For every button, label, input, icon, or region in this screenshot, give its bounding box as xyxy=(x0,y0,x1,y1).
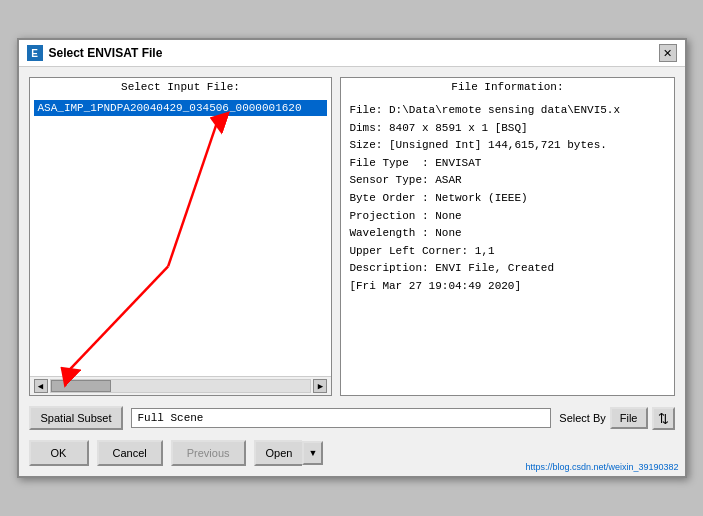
file-list-panel: Select Input File: ASA_IMP_1PNDPA2004042… xyxy=(29,77,333,396)
file-list-content: ASA_IMP_1PNDPA20040429_034506_0000001620 xyxy=(30,96,332,376)
select-by-area: Select By File ⇅ xyxy=(559,407,674,430)
previous-button[interactable]: Previous xyxy=(171,440,246,466)
file-info-panel: File Information: File: D:\Data\remote s… xyxy=(340,77,674,396)
dialog-icon: E xyxy=(27,45,43,61)
scroll-left-button[interactable]: ◀ xyxy=(34,379,48,393)
cancel-button[interactable]: Cancel xyxy=(97,440,163,466)
scroll-track xyxy=(50,379,312,393)
file-info-content: File: D:\Data\remote sensing data\ENVI5.… xyxy=(341,96,673,302)
dialog-body: Select Input File: ASA_IMP_1PNDPA2004042… xyxy=(19,67,685,476)
file-list-item[interactable]: ASA_IMP_1PNDPA20040429_034506_0000001620 xyxy=(34,100,328,116)
open-main-button[interactable]: Open xyxy=(254,440,303,466)
spatial-subset-row: Spatial Subset Select By File ⇅ xyxy=(29,406,675,430)
file-info-header: File Information: xyxy=(341,78,673,96)
watermark: https://blog.csdn.net/weixin_39190382 xyxy=(525,462,678,472)
title-bar-left: E Select ENVISAT File xyxy=(27,45,163,61)
panels-wrapper: Select Input File: ASA_IMP_1PNDPA2004042… xyxy=(29,77,675,396)
open-dropdown-button[interactable]: ▼ xyxy=(302,441,323,465)
select-by-button[interactable]: File xyxy=(610,407,648,429)
title-bar: E Select ENVISAT File ✕ xyxy=(19,40,685,67)
bottom-button-row: OK Cancel Previous Open ▼ https://blog.c… xyxy=(29,440,675,466)
ok-button[interactable]: OK xyxy=(29,440,89,466)
spatial-subset-button[interactable]: Spatial Subset xyxy=(29,406,124,430)
panels: Select Input File: ASA_IMP_1PNDPA2004042… xyxy=(29,77,675,396)
spatial-subset-input[interactable] xyxy=(131,408,551,428)
scroll-right-button[interactable]: ▶ xyxy=(313,379,327,393)
close-button[interactable]: ✕ xyxy=(659,44,677,62)
dialog-title: Select ENVISAT File xyxy=(49,46,163,60)
file-list-header: Select Input File: xyxy=(30,78,332,96)
select-by-label: Select By xyxy=(559,412,605,424)
sort-button[interactable]: ⇅ xyxy=(652,407,675,430)
horizontal-scrollbar[interactable]: ◀ ▶ xyxy=(30,376,332,395)
scroll-thumb xyxy=(51,380,111,392)
select-envisat-dialog: E Select ENVISAT File ✕ Select Input Fil… xyxy=(17,38,687,478)
open-button-group: Open ▼ xyxy=(254,440,324,466)
file-list: ASA_IMP_1PNDPA20040429_034506_0000001620 xyxy=(34,100,328,116)
